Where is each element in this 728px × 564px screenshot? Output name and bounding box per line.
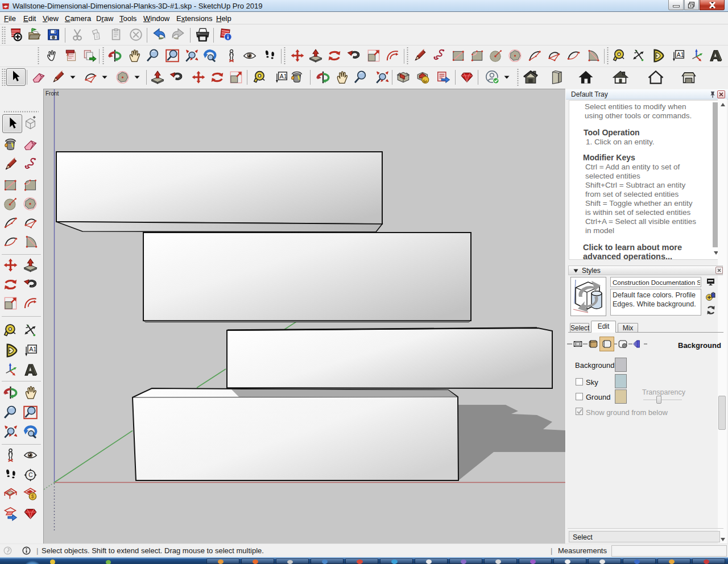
svg-text:Front: Front <box>46 90 59 97</box>
